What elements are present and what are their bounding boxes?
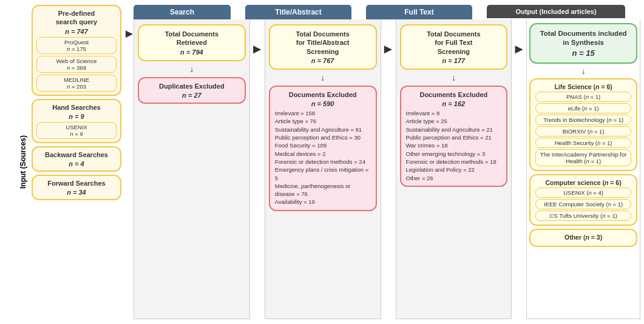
title-abstract-col-body: Total Documentsfor Title/AbstractScreeni… [265,19,381,319]
computer-science-title: Computer science (n = 6) [535,179,631,186]
full-text-header: Full Text [366,5,472,19]
synthesis-down-arrow: ↓ [529,67,637,75]
title-excluded-content: Irrelevant = 158 Article type = 76 Susta… [275,109,371,206]
forward-searches-title: Forward Searches [36,179,117,187]
medline-item: MEDLINEn = 203 [36,75,117,92]
trends-biotech-item: Trends in Biotechnology (n = 1) [535,115,631,125]
headers-row: Search Title/Abstract Full Text Output (… [134,5,640,19]
search-to-title-arrow: ► [252,19,263,319]
hand-searches-group: Hand Searches n = 9 USENIXn = 9 [32,99,121,143]
total-synthesis-box: Total Documents includedin Synthesis n =… [529,23,637,64]
hand-searches-title: Hand Searches [36,103,117,112]
proquest-item: ProQuestn = 175 [36,37,117,54]
fulltext-excluded-n: n = 162 [406,100,502,107]
backward-searches-title: Backward Searches [36,150,117,159]
forward-searches-group: Forward Searches n = 34 [32,175,121,200]
main-flow: Search Title/Abstract Full Text Output (… [134,5,640,319]
fulltext-docs-box: Total Documentsfor Full TextScreening n … [400,24,508,70]
fulltext-excluded-box: Documents Excluded n = 162 Irrelevant = … [400,86,508,187]
synthesis-title: Total Documents includedin Synthesis [535,29,631,47]
input-sources-label: Input (Sources) [19,135,27,189]
duplicates-excluded-box: Duplicates Excluded n = 27 [138,77,246,104]
predefined-group: Pre-definedsearch query n = 747 ProQuest… [32,5,121,96]
total-docs-retrieved-title: Total DocumentsRetrieved [144,30,240,47]
life-science-title: Life Science (n = 6) [535,83,631,90]
hand-searches-n: n = 9 [36,113,117,120]
output-col-body: Total Documents includedin Synthesis n =… [526,19,640,319]
title-abstract-header: Title/Abstract [245,5,351,19]
health-security-item: Health Security (n = 1) [535,138,631,148]
diagram: Input (Sources) Pre-definedsearch query … [0,0,644,324]
predefined-title: Pre-definedsearch query [36,9,117,27]
fulltext-excluded-content: Irrelevant = 8 Article type = 25 Sustain… [406,109,502,182]
title-abstract-docs-title: Total Documentsfor Title/AbstractScreeni… [275,30,371,56]
search-down-arrow: ↓ [189,65,194,73]
fulltext-down-arrow: ↓ [452,73,456,82]
usenix-cs-item: USENIX (n = 4) [535,187,631,198]
duplicates-title: Duplicates Excluded [144,82,240,90]
wos-item: Web of Sciencen = 369 [36,56,117,73]
elife-item: eLife (n = 1) [535,103,631,113]
output-header: Output (Included articles) [487,5,625,18]
other-group: Other (n = 3) [529,229,637,247]
computer-science-group: Computer science (n = 6) USENIX (n = 4) … [529,174,637,226]
fulltext-docs-title: Total Documentsfor Full TextScreening [406,30,502,56]
title-abstract-docs-box: Total Documentsfor Title/AbstractScreeni… [269,24,377,70]
pnas-item: PNAS (n = 1) [535,92,631,102]
interacademy-item: The InterAcademy Partnership for Health … [535,149,631,166]
predefined-n: n = 747 [36,28,117,35]
biorxiv-item: BIORXIV (n = 1) [535,126,631,137]
title-excluded-n: n = 590 [275,100,371,107]
forward-searches-n: n = 34 [36,189,117,196]
fulltext-docs-n: n = 177 [406,57,502,64]
backward-searches-group: Backward Searches n = 4 [32,146,121,172]
input-sources-column: Pre-definedsearch query n = 747 ProQuest… [32,5,121,319]
usenix-item: USENIXn = 9 [36,122,117,139]
title-excluded-box: Documents Excluded n = 590 Irrelevant = … [269,86,377,211]
other-title: Other (n = 3) [535,234,631,241]
full-text-col-body: Total Documentsfor Full TextScreening n … [396,19,512,319]
total-docs-retrieved-n: n = 794 [144,49,240,56]
title-down-arrow: ↓ [320,73,325,82]
backward-searches-n: n = 4 [36,160,117,167]
content-row: Total DocumentsRetrieved n = 794 ↓ Dupli… [134,19,640,319]
title-to-fulltext-arrow: ► [383,19,394,319]
duplicates-n: n = 27 [144,92,240,99]
cs-tufts-item: CS Tufts University (n = 1) [535,211,631,221]
left-to-search-arrow: ► [125,5,134,319]
life-science-group: Life Science (n = 6) PNAS (n = 1) eLife … [529,78,637,171]
output-header-text: Output (Included articles) [515,8,596,15]
search-col-body: Total DocumentsRetrieved n = 794 ↓ Dupli… [134,19,250,319]
total-docs-retrieved-box: Total DocumentsRetrieved n = 794 [138,24,246,61]
synthesis-n: n = 15 [535,49,631,58]
title-abstract-docs-n: n = 767 [275,57,371,64]
title-excluded-title: Documents Excluded [275,90,371,99]
search-header: Search [134,5,231,19]
ieee-item: IEEE Computer Society (n = 1) [535,199,631,209]
fulltext-excluded-title: Documents Excluded [406,90,502,99]
fulltext-to-output-arrow: ► [514,19,524,319]
